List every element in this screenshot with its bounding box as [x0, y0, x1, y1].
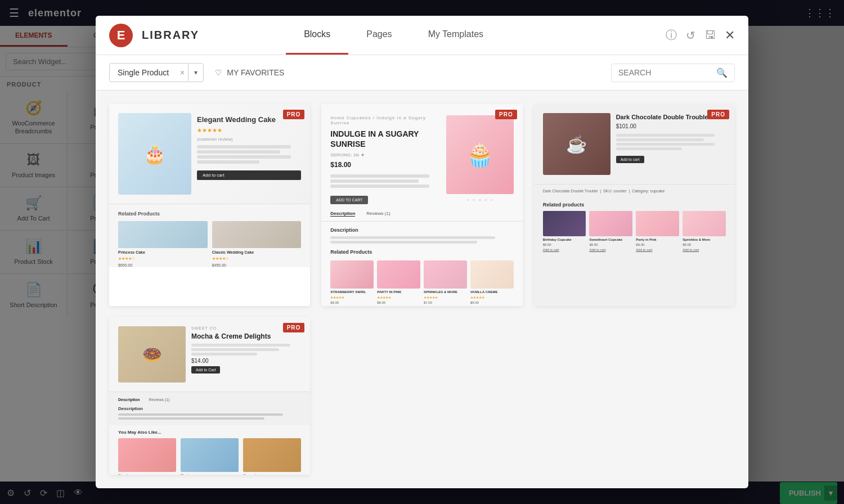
cupcake-price: $18.00: [330, 161, 440, 169]
mocha-tab-reviews[interactable]: Reviews (1): [149, 398, 170, 402]
pro-badge-2: PRO: [495, 110, 517, 119]
close-button[interactable]: ✕: [725, 28, 735, 43]
heart-icon: ♡: [215, 68, 222, 77]
dark-choc-related-img-4: [683, 211, 726, 236]
template-card-cupcake-pink[interactable]: PRO Home Cupcakes / Indulge in a Sugary …: [321, 104, 522, 306]
mocha-related-item-1: Strawberry: [118, 438, 176, 475]
desc-line: [330, 184, 429, 188]
cupcake-related-img-2: [377, 260, 420, 289]
library-title: LIBRARY: [142, 29, 199, 42]
tab-blocks[interactable]: Blocks: [286, 16, 348, 55]
related-name-1: Princess Cake: [118, 250, 208, 254]
dark-choc-related-img-1: [543, 211, 586, 236]
mocha-top: 🍩 SWEET CO. Mocha & Creme Delights $14.0…: [109, 317, 310, 392]
dark-choc-related-name-4: Sprinkles & More: [683, 238, 726, 241]
dark-choc-related-item-1: Birthday Cupcake $8.00 Add to cart: [543, 211, 586, 251]
library-logo: E: [109, 24, 133, 47]
refresh-icon[interactable]: ↺: [686, 29, 695, 42]
favorites-button[interactable]: ♡ MY FAVORITES: [213, 64, 286, 82]
desc-line: [330, 179, 418, 183]
cupcake-related-item-4: VANILLA CREME ★★★★★ $9.00 Add To Cart: [470, 260, 514, 306]
mocha-tab-desc[interactable]: Description: [118, 398, 140, 402]
cupcake-related-item-2: PARTY IN PINK ★★★★★ $8.00 Add To Cart: [377, 260, 420, 306]
filter-dropdown[interactable]: Single Product × ▾: [109, 63, 204, 82]
desc-line: [330, 236, 495, 239]
dark-choc-related-atc-2: Add to cart: [589, 248, 632, 251]
pro-badge-1: PRO: [283, 110, 305, 119]
cupcake-related-img-4: [470, 260, 514, 289]
cupcake-related-stars-3: ★★★★★: [424, 295, 467, 299]
cupcake-tab-desc[interactable]: Description: [330, 211, 355, 217]
dark-choc-related-price-3: $9.00: [636, 243, 679, 246]
template-card-dark-choc[interactable]: PRO ☕ Dark Chocolate Double Trouble $101…: [534, 104, 735, 306]
modal-header-actions: ⓘ ↺ 🖫 ✕: [666, 28, 735, 43]
cupcake-related-price-3: $7.00: [424, 301, 467, 304]
cupcake-related-title: Related Products: [321, 249, 522, 255]
dark-choc-related-price-1: $8.00: [543, 243, 586, 246]
cupcake-tab-reviews[interactable]: Reviews (1): [366, 211, 390, 217]
mocha-desc-small-lines: [118, 413, 301, 420]
dark-choc-price: $101.00: [616, 123, 726, 129]
cupcake-thumbnails: ‹○○○›: [446, 197, 514, 202]
library-search-input[interactable]: [618, 68, 712, 77]
dark-choc-top: ☕ Dark Chocolate Double Trouble $101.00 …: [534, 104, 735, 184]
tab-pages[interactable]: Pages: [348, 16, 410, 55]
related-img-2: [212, 221, 302, 248]
cupcake-desc-section: Description: [321, 222, 522, 249]
mocha-tabs: Description Reviews (1): [118, 398, 301, 402]
filter-clear-button[interactable]: ×: [177, 64, 188, 82]
cupcake-desc-label: Description: [330, 227, 513, 233]
dark-choc-related-item-4: Sprinkles & More $8.00 Add to cart: [683, 211, 726, 251]
related-img-1: [118, 221, 208, 248]
dark-choc-related-name-1: Birthday Cupcake: [543, 238, 586, 241]
modal-overlay[interactable]: E LIBRARY Blocks Pages My Templates ⓘ ↺ …: [0, 0, 844, 504]
mocha-related-row: Strawberry Blueberry Caramel: [118, 438, 301, 475]
cupcake-related-name-1: STRAWBERRY SWIRL: [330, 290, 374, 294]
cupcake-related-price-1: $9.00: [330, 301, 374, 304]
dark-choc-meta: Dark Chocolate Double Trouble | SKU: cou…: [534, 184, 735, 197]
dark-choc-related-title: Related products: [534, 197, 735, 211]
info-icon[interactable]: ⓘ: [666, 28, 677, 43]
template-card-mocha[interactable]: PRO 🍩 SWEET CO. Mocha & Creme Delights: [109, 317, 310, 475]
mocha-desc-label: Description: [118, 406, 301, 411]
modal-tabs: Blocks Pages My Templates: [286, 16, 501, 55]
desc-line: [191, 353, 257, 356]
related-price-1: $650.00: [118, 263, 208, 267]
dark-choc-related-atc-3: Add to cart: [636, 248, 679, 251]
mocha-related-section: You May Also Like... Strawberry Blueberr…: [109, 425, 310, 475]
mocha-price: $14.00: [191, 358, 301, 364]
dark-choc-related-price-4: $8.00: [683, 243, 726, 246]
mocha-image: 🍩: [118, 326, 186, 382]
related-item-1: Princess Cake ★★★★☆ $650.00 Add to cart: [118, 221, 208, 267]
mocha-related-name-3: Caramel: [243, 474, 301, 475]
pro-badge-3: PRO: [707, 110, 729, 119]
mocha-related-item-3: Caramel: [243, 438, 301, 475]
dark-choc-related-img-2: [589, 211, 632, 236]
template-card-elegant-wedding[interactable]: PRO 🎂 Elegant Wedding Cake ★★★★★ (custom…: [109, 104, 310, 306]
save-icon[interactable]: 🖫: [704, 29, 716, 42]
mocha-title: Mocha & Creme Delights: [191, 332, 301, 341]
related-price-2: $450.00: [212, 263, 302, 267]
cupcake-top-section: Home Cupcakes / Indulge in a Sugary Sunr…: [321, 104, 522, 211]
desc-line: [118, 413, 283, 416]
filter-arrow-icon[interactable]: ▾: [188, 64, 203, 81]
search-icon: 🔍: [716, 68, 728, 78]
dark-choc-related-name-2: Sweetheart Cupcake: [589, 238, 632, 241]
modal-toolbar: Single Product × ▾ ♡ MY FAVORITES 🔍: [96, 55, 748, 91]
cake-image: 🎂: [118, 113, 191, 195]
tab-my-templates[interactable]: My Templates: [410, 16, 501, 55]
mocha-related-img-3: [243, 438, 301, 472]
mocha-related-name-2: Blueberry: [181, 474, 239, 475]
related-products-row: Princess Cake ★★★★☆ $650.00 Add to cart …: [118, 221, 301, 267]
dark-choc-related-img-3: [636, 211, 679, 236]
dark-choc-related-name-3: Party in Pink: [636, 238, 679, 241]
dark-choc-image: ☕: [543, 113, 610, 175]
related-name-2: Classic Wedding Cake: [212, 250, 302, 254]
cupcake-related-grid: STRAWBERRY SWIRL ★★★★★ $9.00 Add To Cart…: [321, 260, 522, 306]
filter-value: Single Product: [110, 64, 177, 82]
desc-line: [197, 160, 259, 164]
cupcake-tabs-row: Description Reviews (1): [321, 211, 522, 222]
desc-line: [616, 134, 715, 137]
cake-review-count: (customer review): [197, 137, 301, 142]
cupcake-related-item-1: STRAWBERRY SWIRL ★★★★★ $9.00 Add To Cart: [330, 260, 374, 306]
